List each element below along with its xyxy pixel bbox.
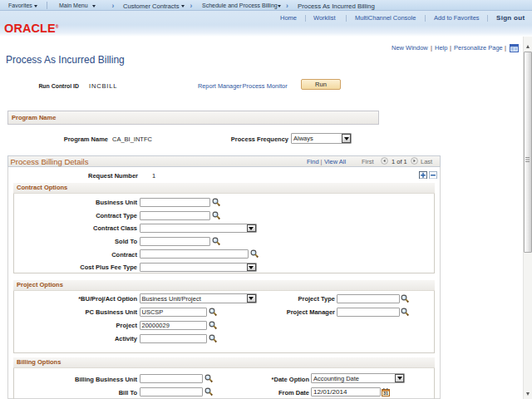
svg-text:31: 31	[383, 391, 388, 396]
